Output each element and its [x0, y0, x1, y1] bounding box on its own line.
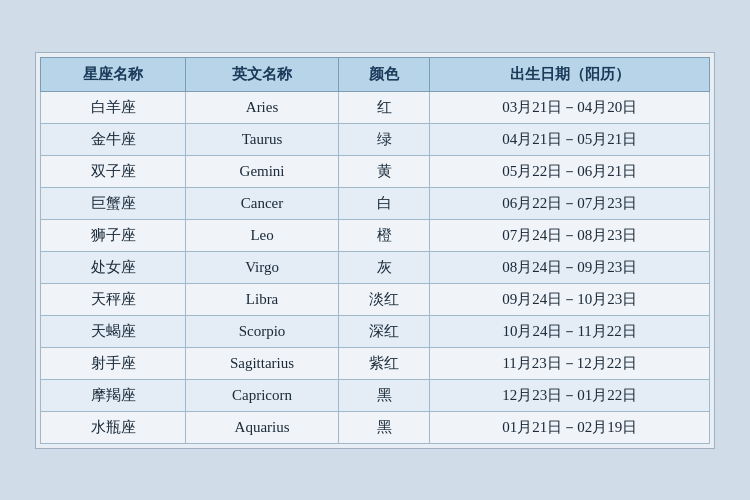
table-row: 水瓶座Aquarius黑01月21日－02月19日 — [41, 411, 710, 443]
cell-8-0: 射手座 — [41, 347, 186, 379]
cell-3-1: Cancer — [186, 187, 339, 219]
table-header-row: 星座名称 英文名称 颜色 出生日期（阳历） — [41, 57, 710, 91]
cell-5-3: 08月24日－09月23日 — [430, 251, 710, 283]
cell-9-3: 12月23日－01月22日 — [430, 379, 710, 411]
cell-10-3: 01月21日－02月19日 — [430, 411, 710, 443]
table-body: 白羊座Aries红03月21日－04月20日金牛座Taurus绿04月21日－0… — [41, 91, 710, 443]
cell-7-1: Scorpio — [186, 315, 339, 347]
cell-4-0: 狮子座 — [41, 219, 186, 251]
cell-9-1: Capricorn — [186, 379, 339, 411]
header-color: 颜色 — [338, 57, 429, 91]
cell-10-1: Aquarius — [186, 411, 339, 443]
cell-2-2: 黄 — [338, 155, 429, 187]
cell-6-3: 09月24日－10月23日 — [430, 283, 710, 315]
cell-7-3: 10月24日－11月22日 — [430, 315, 710, 347]
header-english-name: 英文名称 — [186, 57, 339, 91]
cell-0-0: 白羊座 — [41, 91, 186, 123]
cell-10-2: 黑 — [338, 411, 429, 443]
cell-1-2: 绿 — [338, 123, 429, 155]
cell-10-0: 水瓶座 — [41, 411, 186, 443]
cell-4-3: 07月24日－08月23日 — [430, 219, 710, 251]
cell-3-2: 白 — [338, 187, 429, 219]
table-row: 金牛座Taurus绿04月21日－05月21日 — [41, 123, 710, 155]
cell-9-0: 摩羯座 — [41, 379, 186, 411]
header-chinese-name: 星座名称 — [41, 57, 186, 91]
cell-2-1: Gemini — [186, 155, 339, 187]
cell-6-2: 淡红 — [338, 283, 429, 315]
cell-5-1: Virgo — [186, 251, 339, 283]
cell-6-1: Libra — [186, 283, 339, 315]
zodiac-table-container: 星座名称 英文名称 颜色 出生日期（阳历） 白羊座Aries红03月21日－04… — [35, 52, 715, 449]
table-row: 白羊座Aries红03月21日－04月20日 — [41, 91, 710, 123]
cell-8-1: Sagittarius — [186, 347, 339, 379]
cell-8-2: 紫红 — [338, 347, 429, 379]
cell-7-0: 天蝎座 — [41, 315, 186, 347]
cell-1-0: 金牛座 — [41, 123, 186, 155]
cell-1-3: 04月21日－05月21日 — [430, 123, 710, 155]
cell-4-2: 橙 — [338, 219, 429, 251]
cell-8-3: 11月23日－12月22日 — [430, 347, 710, 379]
table-row: 处女座Virgo灰08月24日－09月23日 — [41, 251, 710, 283]
cell-7-2: 深红 — [338, 315, 429, 347]
table-row: 天蝎座Scorpio深红10月24日－11月22日 — [41, 315, 710, 347]
cell-1-1: Taurus — [186, 123, 339, 155]
zodiac-table: 星座名称 英文名称 颜色 出生日期（阳历） 白羊座Aries红03月21日－04… — [40, 57, 710, 444]
table-row: 摩羯座Capricorn黑12月23日－01月22日 — [41, 379, 710, 411]
cell-5-2: 灰 — [338, 251, 429, 283]
table-row: 巨蟹座Cancer白06月22日－07月23日 — [41, 187, 710, 219]
cell-0-1: Aries — [186, 91, 339, 123]
table-row: 双子座Gemini黄05月22日－06月21日 — [41, 155, 710, 187]
cell-3-0: 巨蟹座 — [41, 187, 186, 219]
cell-5-0: 处女座 — [41, 251, 186, 283]
header-birthday: 出生日期（阳历） — [430, 57, 710, 91]
table-row: 射手座Sagittarius紫红11月23日－12月22日 — [41, 347, 710, 379]
cell-0-2: 红 — [338, 91, 429, 123]
cell-6-0: 天秤座 — [41, 283, 186, 315]
cell-4-1: Leo — [186, 219, 339, 251]
cell-9-2: 黑 — [338, 379, 429, 411]
table-row: 天秤座Libra淡红09月24日－10月23日 — [41, 283, 710, 315]
cell-2-0: 双子座 — [41, 155, 186, 187]
cell-2-3: 05月22日－06月21日 — [430, 155, 710, 187]
cell-3-3: 06月22日－07月23日 — [430, 187, 710, 219]
table-row: 狮子座Leo橙07月24日－08月23日 — [41, 219, 710, 251]
cell-0-3: 03月21日－04月20日 — [430, 91, 710, 123]
